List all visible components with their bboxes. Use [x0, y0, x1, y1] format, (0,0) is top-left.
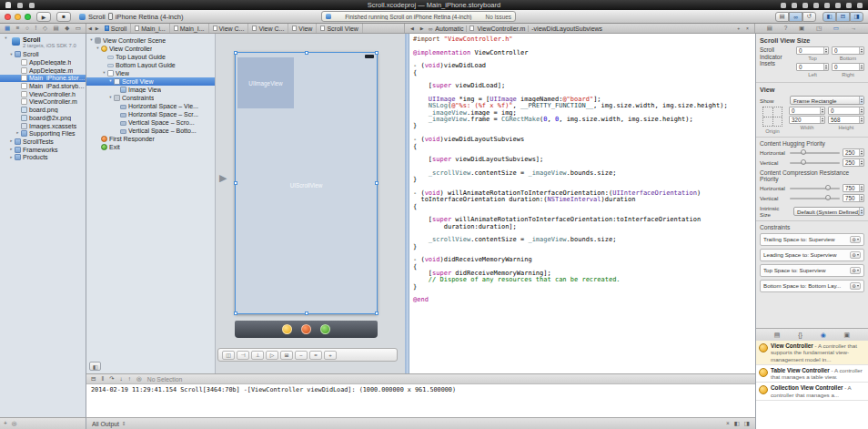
outline-item[interactable]: ▾View: [86, 69, 215, 77]
origin-selector[interactable]: [762, 107, 782, 127]
exit-dock-icon[interactable]: [320, 324, 330, 334]
stepper[interactable]: [859, 159, 863, 166]
disclosure-triangle[interactable]: ▾: [88, 38, 95, 43]
resolve-auto-layout-button[interactable]: ▷: [266, 351, 278, 360]
disclosure-triangle[interactable]: ▸: [15, 131, 21, 136]
file-template-library-icon[interactable]: ▤: [774, 332, 781, 339]
hugging-vertical-slider[interactable]: [790, 162, 840, 164]
stepper[interactable]: [859, 185, 863, 191]
step-out-icon[interactable]: ↑: [128, 376, 131, 383]
assistant-editor-button[interactable]: ∞: [789, 12, 802, 22]
inset-left-field[interactable]: 0: [796, 63, 829, 71]
add-button[interactable]: +: [4, 421, 7, 427]
debug-navigator-icon[interactable]: ▤: [54, 26, 59, 32]
toggle-utilities-button[interactable]: ◨: [850, 12, 863, 22]
zoom-out-button[interactable]: −: [295, 351, 308, 360]
constraint-card[interactable]: Top Space to: Superview⚙: [760, 264, 864, 277]
toggle-debug-area-button[interactable]: ⊟: [836, 12, 850, 22]
stepper[interactable]: [859, 47, 863, 54]
stepper[interactable]: [859, 117, 863, 123]
navigator-item[interactable]: board@2x.png: [0, 114, 86, 122]
constraint-card[interactable]: Bottom Space to: Bottom Lay...⚙: [760, 280, 864, 292]
outline-item[interactable]: Exit: [86, 143, 215, 151]
menu-extra-icon[interactable]: [17, 3, 23, 8]
assistant-forward-button[interactable]: ▶: [419, 26, 426, 31]
breakpoint-navigator-icon[interactable]: ◆: [65, 26, 69, 32]
initial-scene-indicator[interactable]: ▶: [219, 173, 227, 183]
align-button[interactable]: ⊣: [237, 351, 249, 360]
selection-handle[interactable]: [375, 312, 378, 315]
navigator-item[interactable]: AppDelegate.m: [0, 66, 86, 75]
issues-badge[interactable]: No Issues: [486, 14, 511, 20]
hide-debug-area-icon[interactable]: ⊟: [91, 376, 96, 383]
jumpbar-symbol[interactable]: -viewDidLayoutSubviews: [531, 26, 602, 32]
toggle-navigator-button[interactable]: ◧: [823, 12, 836, 22]
menu-extra-icon[interactable]: [846, 3, 852, 8]
apple-menu-icon[interactable]: [5, 2, 11, 8]
standard-editor-button[interactable]: ▤: [775, 12, 789, 22]
compression-vertical-field[interactable]: 750: [843, 194, 864, 202]
constraint-card[interactable]: Leading Space to: Superview⚙: [760, 249, 864, 261]
navigator-item[interactable]: board.png: [0, 106, 86, 114]
selection-handle[interactable]: [375, 181, 378, 185]
step-into-icon[interactable]: ↓: [120, 376, 123, 383]
trash-icon[interactable]: ×: [726, 421, 730, 427]
outline-item[interactable]: Horizontal Space – Vie...: [86, 102, 215, 110]
size-inspector-icon[interactable]: ▭: [833, 26, 839, 32]
breadcrumb-segment[interactable]: Scroll View: [317, 24, 363, 33]
disclosure-triangle[interactable]: ▸: [8, 148, 15, 152]
menu-extra-icon[interactable]: [824, 3, 830, 8]
disclosure-triangle[interactable]: ▾: [101, 71, 107, 76]
selection-handle[interactable]: [234, 181, 237, 185]
stepper[interactable]: [823, 47, 828, 54]
outline-item[interactable]: Image View: [86, 86, 215, 94]
zoom-in-button[interactable]: +: [324, 351, 337, 360]
breadcrumb-segment[interactable]: View C...: [248, 24, 288, 33]
stepper[interactable]: [859, 64, 863, 70]
navigator-item[interactable]: ViewController.h: [0, 90, 86, 98]
outline-item[interactable]: Vertical Space – Botto...: [86, 127, 215, 135]
connections-inspector-icon[interactable]: →: [851, 26, 857, 32]
identity-inspector-icon[interactable]: ▣: [799, 26, 804, 32]
storyboard-canvas[interactable]: ▶ UIImageView UIScrollView ◫⊣⊥▷⊞−=+: [216, 34, 405, 373]
breadcrumb-segment[interactable]: Scroll: [101, 24, 132, 33]
project-row[interactable]: ▾ Scroll 2 targets, iOS SDK 7.0: [0, 34, 86, 51]
compression-horizontal-field[interactable]: 750: [843, 184, 864, 192]
menu-extra-icon[interactable]: [802, 3, 808, 8]
show-dropdown[interactable]: Frame Rectangle: [790, 96, 864, 105]
library-item[interactable]: Table View Controller - A controller tha…: [756, 365, 868, 383]
find-navigator-icon[interactable]: ○: [25, 26, 29, 32]
breadcrumb-segment[interactable]: View C...: [209, 24, 249, 33]
history-forward-button[interactable]: ▶: [94, 26, 101, 31]
scheme-selector[interactable]: Scroll iPhone Retina (4-inch): [79, 13, 183, 21]
outline-item[interactable]: ▾View Controller: [86, 45, 215, 53]
outline-toggle-button[interactable]: ◧: [89, 362, 101, 371]
navigator-item[interactable]: Images.xcassets: [0, 122, 86, 130]
outline-item[interactable]: ▾Constraints: [86, 94, 215, 102]
menu-extra-icon[interactable]: [781, 3, 786, 8]
library-item[interactable]: Collection View Controller - A controlle…: [756, 383, 868, 401]
selection-handle[interactable]: [305, 51, 308, 55]
inset-bottom-field[interactable]: 0: [832, 46, 864, 55]
image-view[interactable]: UIImageView: [237, 57, 294, 108]
console-left-pane-icon[interactable]: ◧: [734, 421, 740, 427]
jumpbar-file[interactable]: ViewController.m: [477, 26, 525, 32]
navigator-item[interactable]: ViewController.m: [0, 98, 86, 107]
clock-icon[interactable]: [857, 3, 863, 8]
y-field[interactable]: 0: [828, 107, 864, 115]
stepper[interactable]: [859, 149, 863, 156]
menu-extra-icon[interactable]: [835, 3, 841, 8]
history-back-button[interactable]: ◀: [86, 26, 94, 31]
console-right-pane-icon[interactable]: ◨: [744, 421, 750, 427]
stop-button[interactable]: ■: [56, 12, 71, 22]
pause-icon[interactable]: ‖: [101, 376, 104, 383]
navigator-item[interactable]: ▸Frameworks: [0, 146, 86, 154]
add-assistant-button[interactable]: +: [735, 26, 742, 31]
selection-handle[interactable]: [305, 312, 308, 315]
hugging-vertical-field[interactable]: 250: [843, 158, 864, 167]
zoom-level-button[interactable]: =: [309, 351, 322, 360]
breadcrumb-segment[interactable]: Main_I...: [170, 24, 209, 33]
run-button[interactable]: ▶: [36, 12, 51, 22]
selection-handle[interactable]: [375, 51, 378, 55]
selection-handle[interactable]: [234, 312, 237, 315]
